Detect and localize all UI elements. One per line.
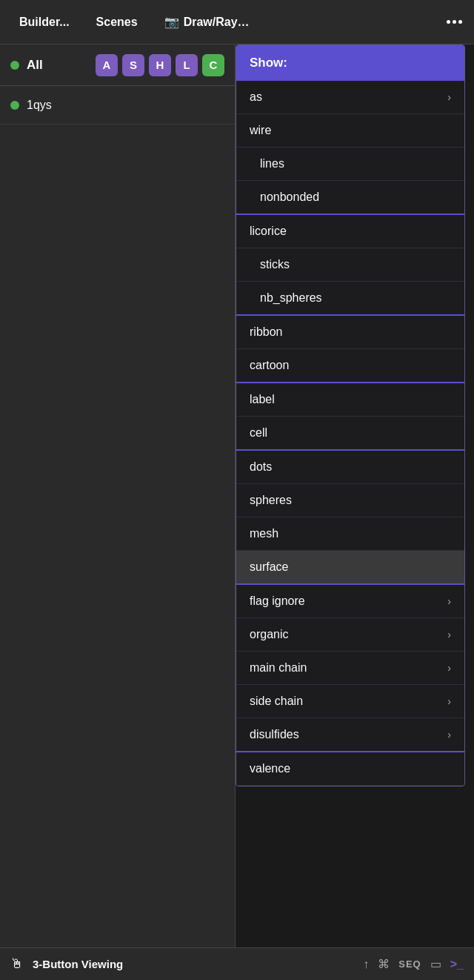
status-icons: ↑ ⌘ SEQ ▭ >_ <box>363 957 464 971</box>
menu-item-surface-label: surface <box>250 560 288 574</box>
chevron-icon: › <box>447 91 451 103</box>
chevron-icon-flag: › <box>447 595 451 607</box>
item-label: 1qys <box>27 99 52 112</box>
menu-item-label-label: label <box>250 393 275 406</box>
show-dropdown: Show: as › wire lines nonbonded licorice… <box>236 44 465 787</box>
tab-scenes[interactable]: Scenes <box>83 7 151 37</box>
more-dot-1 <box>447 20 450 24</box>
badge-s[interactable]: S <box>122 54 144 76</box>
tab-bar: Builder... Scenes 📷 Draw/Ray… <box>0 0 474 44</box>
menu-item-main-chain-label: main chain <box>250 661 307 675</box>
menu-item-valence[interactable]: valence <box>236 752 464 786</box>
menu-item-mesh-label: mesh <box>250 527 278 540</box>
badge-c[interactable]: C <box>202 54 224 76</box>
more-button[interactable] <box>441 14 468 30</box>
item-dot <box>10 101 19 110</box>
menu-item-cartoon[interactable]: cartoon <box>236 349 464 383</box>
badge-a[interactable]: A <box>96 54 118 76</box>
menu-header: Show: <box>236 45 464 81</box>
chevron-icon-side-chain: › <box>447 695 451 707</box>
badge-a-label: A <box>103 59 111 71</box>
menu-item-spheres[interactable]: spheres <box>236 484 464 517</box>
status-up-arrow-icon[interactable]: ↑ <box>363 958 369 971</box>
menu-item-nonbonded-label: nonbonded <box>260 191 319 204</box>
menu-item-ribbon-label: ribbon <box>250 325 282 339</box>
menu-item-nb-spheres-label: nb_spheres <box>260 291 322 305</box>
menu-item-nonbonded[interactable]: nonbonded <box>236 181 464 215</box>
menu-item-as[interactable]: as › <box>236 81 464 114</box>
menu-item-cell[interactable]: cell <box>236 417 464 451</box>
chevron-icon-organic: › <box>447 629 451 640</box>
all-dot <box>10 61 19 70</box>
menu-item-dots[interactable]: dots <box>236 451 464 484</box>
menu-item-flag-ignore-label: flag ignore <box>250 595 305 608</box>
more-dot-3 <box>458 20 462 24</box>
menu-item-cell-label: cell <box>250 426 267 440</box>
status-terminal-icon[interactable]: >_ <box>450 958 464 971</box>
menu-item-sticks-label: sticks <box>260 258 290 271</box>
sidebar-all-row[interactable]: All A S H L C <box>0 44 235 86</box>
menu-item-licorice[interactable]: licorice <box>236 215 464 248</box>
menu-item-disulfides[interactable]: disulfides › <box>236 718 464 752</box>
menu-item-licorice-label: licorice <box>250 225 287 238</box>
menu-item-organic[interactable]: organic › <box>236 618 464 652</box>
tab-builder-label: Builder... <box>19 16 70 29</box>
tab-draw[interactable]: 📷 Draw/Ray… <box>151 7 263 37</box>
menu-item-organic-label: organic <box>250 628 288 641</box>
menu-item-disulfides-label: disulfides <box>250 728 299 741</box>
menu-item-nb-spheres[interactable]: nb_spheres <box>236 282 464 316</box>
menu-item-as-label: as <box>250 90 262 104</box>
sidebar: All A S H L C <box>0 44 236 947</box>
all-label: All <box>27 58 43 73</box>
chevron-icon-disulfides: › <box>447 729 451 741</box>
mouse-icon: 🖱 <box>10 956 24 972</box>
menu-item-dots-label: dots <box>250 460 272 474</box>
menu-item-surface[interactable]: surface <box>236 551 464 585</box>
badge-h-label: H <box>156 59 164 71</box>
menu-item-sticks[interactable]: sticks <box>236 248 464 282</box>
badge-l[interactable]: L <box>176 54 198 76</box>
status-label: 3-Button Viewing <box>33 958 123 970</box>
tab-builder[interactable]: Builder... <box>6 7 83 37</box>
camera-icon: 📷 <box>164 15 179 29</box>
status-cmd-icon[interactable]: ⌘ <box>378 957 390 971</box>
badge-h[interactable]: H <box>149 54 171 76</box>
tab-draw-label: Draw/Ray… <box>184 16 250 29</box>
menu-item-lines[interactable]: lines <box>236 148 464 181</box>
menu-item-spheres-label: spheres <box>250 494 292 507</box>
menu-item-wire-label: wire <box>250 124 271 137</box>
menu-header-label: Show: <box>250 56 287 70</box>
menu-item-mesh[interactable]: mesh <box>236 517 464 551</box>
chevron-icon-main-chain: › <box>447 662 451 674</box>
more-dot-2 <box>453 20 456 24</box>
sidebar-item-1qys[interactable]: 1qys <box>0 86 235 125</box>
menu-item-ribbon[interactable]: ribbon <box>236 316 464 349</box>
menu-item-side-chain[interactable]: side chain › <box>236 685 464 718</box>
badge-c-label: C <box>210 59 218 71</box>
menu-item-cartoon-label: cartoon <box>250 359 289 372</box>
badge-s-label: S <box>130 59 137 71</box>
badge-row: A S H L C <box>96 54 224 76</box>
menu-item-wire[interactable]: wire <box>236 114 464 148</box>
status-bar: 🖱 3-Button Viewing ↑ ⌘ SEQ ▭ >_ <box>0 947 474 980</box>
badge-l-label: L <box>183 59 190 71</box>
tab-scenes-label: Scenes <box>96 16 138 29</box>
menu-item-lines-label: lines <box>260 157 284 170</box>
menu-item-valence-label: valence <box>250 762 290 775</box>
menu-item-label[interactable]: label <box>236 383 464 417</box>
menu-item-flag-ignore[interactable]: flag ignore › <box>236 585 464 618</box>
menu-item-main-chain[interactable]: main chain › <box>236 652 464 685</box>
menu-item-side-chain-label: side chain <box>250 695 303 708</box>
status-rect-icon[interactable]: ▭ <box>430 957 441 971</box>
sidebar-all-left: All <box>10 58 43 73</box>
status-seq-label[interactable]: SEQ <box>398 959 421 970</box>
